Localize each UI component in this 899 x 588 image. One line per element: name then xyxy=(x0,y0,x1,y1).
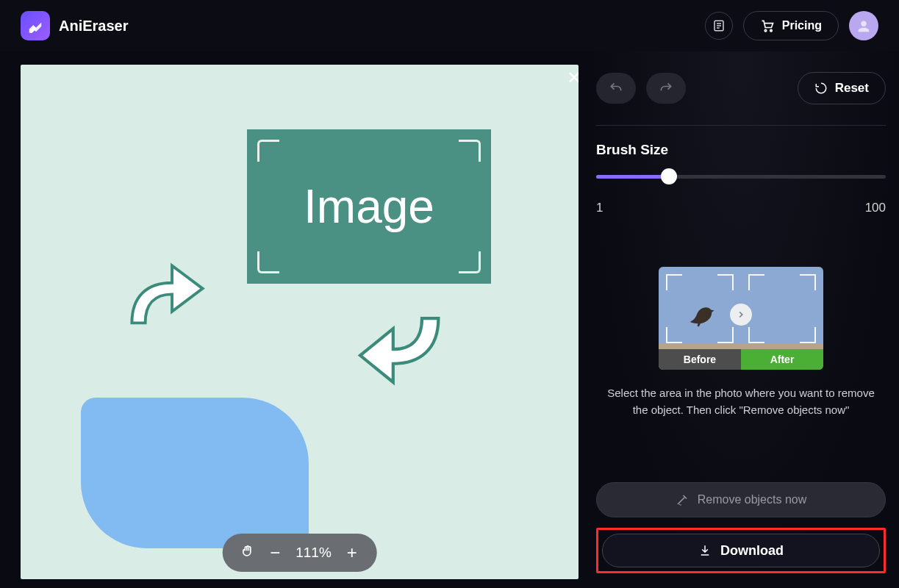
sample-blob-shape xyxy=(81,398,309,548)
notes-icon[interactable] xyxy=(705,12,733,40)
download-highlight: Download xyxy=(596,528,886,573)
pricing-button[interactable]: Pricing xyxy=(743,11,839,40)
after-label: After xyxy=(741,349,823,370)
download-label: Download xyxy=(720,543,784,559)
zoom-out-button[interactable]: − xyxy=(268,542,282,563)
undo-button[interactable] xyxy=(596,73,636,104)
compare-arrow-icon[interactable] xyxy=(730,304,752,326)
divider xyxy=(596,125,886,126)
slider-thumb[interactable] xyxy=(661,168,677,184)
app-logo-icon xyxy=(21,11,50,40)
hint-text: Select the area in the photo where you w… xyxy=(596,384,886,419)
download-icon xyxy=(698,544,712,557)
svg-point-2 xyxy=(770,29,773,31)
app-header: AniEraser Pricing xyxy=(0,0,899,51)
pan-hand-icon[interactable] xyxy=(240,542,254,563)
header-actions: Pricing xyxy=(705,11,878,40)
main: ✕ Image − 111% + xyxy=(0,51,899,588)
zoom-toolbar: − 111% + xyxy=(222,534,377,572)
editor-canvas[interactable]: ✕ Image − 111% + xyxy=(21,65,579,579)
canvas-area: ✕ Image − 111% + xyxy=(0,51,583,588)
before-after-preview: Before After Select the area in the phot… xyxy=(596,267,886,419)
zoom-level: 111% xyxy=(296,545,332,561)
image-placeholder-label: Image xyxy=(304,179,434,234)
avatar[interactable] xyxy=(849,11,878,40)
zoom-in-button[interactable]: + xyxy=(345,542,359,563)
brush-size-label: Brush Size xyxy=(596,142,886,158)
redo-button[interactable] xyxy=(646,73,686,104)
slider-range-labels: 1 100 xyxy=(596,201,886,215)
undo-icon xyxy=(609,81,623,96)
brush-size-slider[interactable] xyxy=(596,168,886,184)
broom-icon xyxy=(676,493,689,506)
close-icon[interactable]: ✕ xyxy=(567,68,579,88)
history-row: Reset xyxy=(596,72,886,104)
svg-point-3 xyxy=(861,21,866,26)
action-buttons: Remove objects now Download xyxy=(596,482,886,573)
redo-icon xyxy=(659,81,673,96)
pricing-label: Pricing xyxy=(782,19,822,32)
before-label: Before xyxy=(659,349,741,370)
svg-point-1 xyxy=(764,29,767,31)
before-tile: Before xyxy=(659,267,741,370)
curved-arrow-up-icon xyxy=(115,248,210,344)
curved-arrow-down-icon xyxy=(350,300,453,403)
side-panel: Reset Brush Size 1 100 Before xyxy=(583,51,899,588)
cart-icon xyxy=(760,18,775,33)
brush-max: 100 xyxy=(865,201,886,215)
app-title: AniEraser xyxy=(59,18,129,35)
brush-min: 1 xyxy=(596,201,603,215)
remove-objects-label: Remove objects now xyxy=(698,493,807,506)
download-button[interactable]: Download xyxy=(602,534,880,567)
image-placeholder-tile: Image xyxy=(247,129,491,284)
brand: AniEraser xyxy=(21,11,129,40)
bird-icon xyxy=(685,298,717,330)
reset-icon xyxy=(814,82,828,95)
after-tile: After xyxy=(741,267,823,370)
reset-label: Reset xyxy=(835,81,869,96)
remove-objects-button[interactable]: Remove objects now xyxy=(596,482,886,517)
reset-button[interactable]: Reset xyxy=(798,72,886,104)
